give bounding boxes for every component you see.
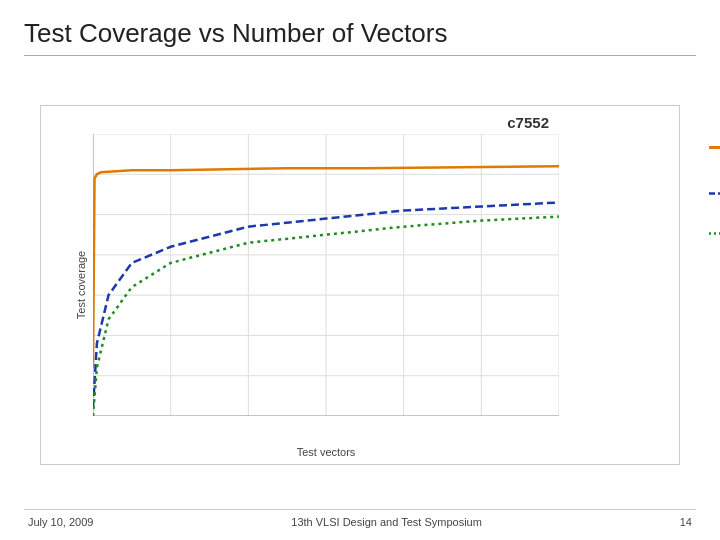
y-axis-label: Test coverage <box>75 250 87 318</box>
legend-item-weighted: WeightedRandom <box>709 182 720 206</box>
footer-date: July 10, 2009 <box>28 516 93 528</box>
legend-line-weighted <box>709 192 720 195</box>
chart-title: c7552 <box>507 114 549 131</box>
page-title: Test Coverage vs Number of Vectors <box>24 18 696 56</box>
legend-item-spectral: SpectralBIST <box>709 136 720 160</box>
footer-page: 14 <box>680 516 692 528</box>
footer: July 10, 2009 13th VLSI Design and Test … <box>24 509 696 528</box>
x-axis-label: Test vectors <box>93 446 559 458</box>
legend-line-spectral <box>709 146 720 149</box>
plot-area: 93949596979899100010,00020,00030,00040,0… <box>93 134 559 416</box>
page: Test Coverage vs Number of Vectors c7552… <box>0 0 720 540</box>
footer-event: 13th VLSI Design and Test Symposium <box>291 516 482 528</box>
chart-container: c7552 Test coverage Test vectors Spectra… <box>40 105 680 465</box>
legend-item-random: Random <box>709 228 720 240</box>
chart-area: c7552 Test coverage Test vectors Spectra… <box>24 64 696 505</box>
chart-legend: SpectralBIST WeightedRandom Random <box>709 136 720 240</box>
chart-svg: 93949596979899100010,00020,00030,00040,0… <box>93 134 559 416</box>
legend-line-random <box>709 232 720 235</box>
